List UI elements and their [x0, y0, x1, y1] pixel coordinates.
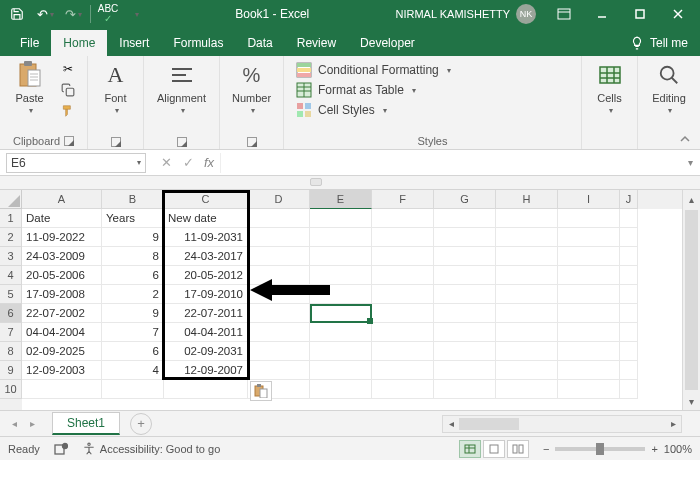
cell[interactable]: 20-05-2006	[22, 266, 102, 285]
cut-icon[interactable]: ✂	[57, 60, 79, 78]
horizontal-scrollbar[interactable]: ◂ ▸	[442, 415, 682, 433]
col-header[interactable]: C	[164, 190, 248, 209]
save-icon[interactable]	[4, 2, 30, 26]
alignment-dialog-launcher[interactable]	[177, 137, 187, 147]
page-break-view-icon[interactable]	[507, 440, 529, 458]
row-header[interactable]: 1	[0, 209, 22, 228]
scroll-thumb[interactable]	[685, 210, 698, 390]
row-header[interactable]: 8	[0, 342, 22, 361]
scroll-left-icon[interactable]: ◂	[443, 418, 459, 429]
cell[interactable]: 12-09-2003	[22, 361, 102, 380]
collapse-ribbon-icon[interactable]	[678, 133, 692, 145]
row-header[interactable]: 6	[0, 304, 22, 323]
tab-insert[interactable]: Insert	[107, 30, 161, 56]
cells-area[interactable]: Date Years New date 11-09-2022911-09-203…	[22, 209, 700, 399]
row-header[interactable]: 10	[0, 380, 22, 399]
cell[interactable]: 9	[102, 304, 164, 323]
cell[interactable]: 17-09-2008	[22, 285, 102, 304]
cells-button[interactable]: Cells▾	[590, 60, 629, 115]
cell[interactable]: 11-09-2031	[164, 228, 248, 247]
row-header[interactable]: 9	[0, 361, 22, 380]
col-header[interactable]: G	[434, 190, 496, 209]
zoom-level[interactable]: 100%	[664, 443, 692, 455]
cell[interactable]: 22-07-2011	[164, 304, 248, 323]
col-header[interactable]: E	[310, 190, 372, 209]
cell[interactable]: 04-04-2004	[22, 323, 102, 342]
cell[interactable]: 8	[102, 247, 164, 266]
scroll-right-icon[interactable]: ▸	[665, 418, 681, 429]
row-header[interactable]: 4	[0, 266, 22, 285]
font-button[interactable]: A Font▾	[96, 60, 135, 115]
minimize-icon[interactable]	[584, 0, 620, 28]
user-account[interactable]: NIRMAL KAMISHETTY NK	[396, 4, 537, 24]
editing-button[interactable]: Editing▾	[646, 60, 692, 115]
tell-me[interactable]: Tell me	[618, 30, 700, 56]
row-header[interactable]: 7	[0, 323, 22, 342]
new-sheet-icon[interactable]: +	[130, 413, 152, 435]
col-header[interactable]: J	[620, 190, 638, 209]
cell[interactable]: 6	[102, 342, 164, 361]
cell[interactable]: Years	[102, 209, 164, 228]
zoom-out-icon[interactable]: −	[543, 443, 549, 455]
row-header[interactable]: 2	[0, 228, 22, 247]
cell[interactable]: 9	[102, 228, 164, 247]
sheet-tab[interactable]: Sheet1	[52, 412, 120, 435]
cell[interactable]: 22-07-2002	[22, 304, 102, 323]
cell[interactable]: Date	[22, 209, 102, 228]
undo-icon[interactable]: ↶▾	[32, 2, 58, 26]
cell[interactable]: 20-05-2012	[164, 266, 248, 285]
cell-styles-button[interactable]: Cell Styles▾	[292, 100, 573, 120]
zoom-control[interactable]: − + 100%	[543, 443, 692, 455]
format-painter-icon[interactable]	[57, 102, 79, 120]
cell[interactable]: 24-03-2017	[164, 247, 248, 266]
formula-input[interactable]	[220, 153, 680, 173]
tab-file[interactable]: File	[8, 30, 51, 56]
conditional-formatting-button[interactable]: Conditional Formatting▾	[292, 60, 573, 80]
zoom-in-icon[interactable]: +	[651, 443, 657, 455]
scroll-down-icon[interactable]: ▾	[683, 392, 700, 410]
format-as-table-button[interactable]: Format as Table▾	[292, 80, 573, 100]
col-header[interactable]: B	[102, 190, 164, 209]
maximize-icon[interactable]	[622, 0, 658, 28]
insert-function-icon[interactable]: fx	[204, 155, 220, 170]
accessibility-status[interactable]: Accessibility: Good to go	[82, 442, 220, 456]
col-header[interactable]: D	[248, 190, 310, 209]
tab-home[interactable]: Home	[51, 30, 107, 56]
qat-customize-icon[interactable]: ▾	[123, 2, 149, 26]
row-header[interactable]: 3	[0, 247, 22, 266]
clipboard-dialog-launcher[interactable]	[64, 136, 74, 146]
sheet-nav-prev-icon[interactable]: ◂	[6, 418, 22, 429]
paste-button[interactable]: Paste▾	[8, 60, 51, 115]
sheet-nav-next-icon[interactable]: ▸	[24, 418, 40, 429]
redo-icon[interactable]: ↷▾	[60, 2, 86, 26]
cell[interactable]: 11-09-2022	[22, 228, 102, 247]
number-button[interactable]: % Number▾	[228, 60, 275, 115]
ribbon-display-options-icon[interactable]	[546, 0, 582, 28]
name-box[interactable]: E6 ▾	[6, 153, 146, 173]
col-header[interactable]: I	[558, 190, 620, 209]
expand-formula-bar-icon[interactable]: ▾	[680, 157, 700, 168]
cell[interactable]: 2	[102, 285, 164, 304]
alignment-button[interactable]: Alignment▾	[152, 60, 211, 115]
cell[interactable]: 6	[102, 266, 164, 285]
cell[interactable]: 02-09-2025	[22, 342, 102, 361]
cell[interactable]: New date	[164, 209, 248, 228]
copy-icon[interactable]	[57, 81, 79, 99]
font-dialog-launcher[interactable]	[111, 137, 121, 147]
row-header[interactable]: 5	[0, 285, 22, 304]
scroll-up-icon[interactable]: ▴	[683, 190, 700, 208]
cancel-formula-icon[interactable]: ✕	[156, 153, 176, 173]
tab-developer[interactable]: Developer	[348, 30, 427, 56]
col-header[interactable]: A	[22, 190, 102, 209]
select-all-corner[interactable]	[0, 190, 22, 209]
cell[interactable]: 4	[102, 361, 164, 380]
number-dialog-launcher[interactable]	[247, 137, 257, 147]
zoom-slider[interactable]	[555, 447, 645, 451]
tab-review[interactable]: Review	[285, 30, 348, 56]
cell[interactable]: 04-04-2011	[164, 323, 248, 342]
spellcheck-icon[interactable]: ABC✓	[95, 2, 121, 26]
macro-record-icon[interactable]	[54, 442, 68, 456]
col-header[interactable]: F	[372, 190, 434, 209]
namebox-dropdown-icon[interactable]: ▾	[137, 158, 141, 167]
tab-data[interactable]: Data	[235, 30, 284, 56]
